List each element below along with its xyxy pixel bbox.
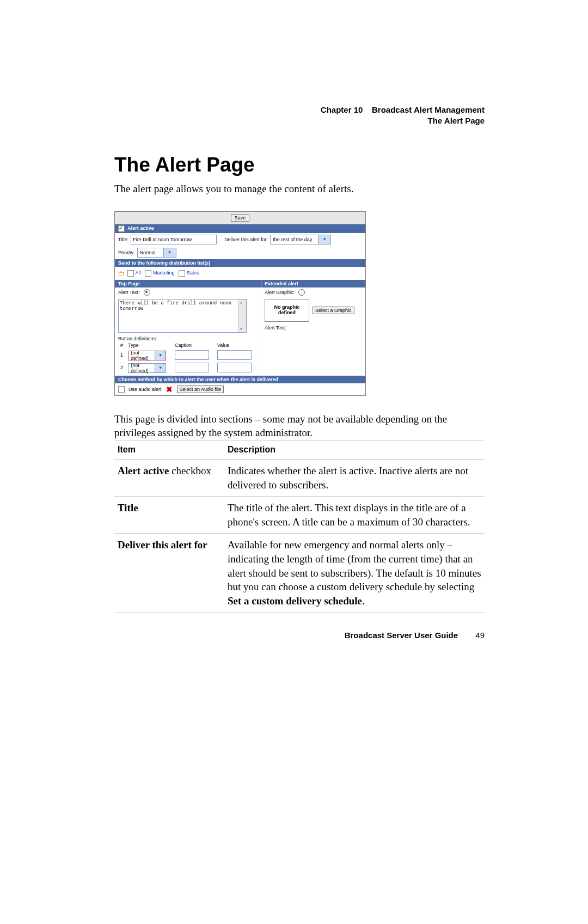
deliver-combo[interactable]: the rest of the day ▼ [270,235,331,244]
alert-graphic-radio[interactable] [298,289,305,296]
red-x-icon: ✖ [166,385,173,394]
title-input[interactable] [131,235,217,244]
use-audio-checkbox[interactable] [118,386,125,393]
section-title: The Alert Page [321,115,485,126]
select-audio-button[interactable]: Select an Audio file [177,385,224,393]
table-row: 1 (not defined)▼ [118,349,258,362]
bd-row2-type[interactable]: (not defined)▼ [128,363,166,373]
select-graphic-button[interactable]: Select a Graphic [313,307,354,314]
footer-page-number: 49 [475,631,485,640]
item-desc: Indicates whether the alert is active. I… [224,459,485,496]
priority-value: Normal [138,250,163,255]
alert-active-label: Alert active [127,225,154,231]
dist-bar: Send to the following distribution list(… [115,259,365,267]
paragraph-2: This page is divided into sections – som… [114,412,485,440]
bd-row1-value[interactable] [217,350,252,360]
item-rest: checkbox [169,465,211,476]
item-bold: Alert active [118,465,169,476]
button-def-table: # Type Caption Value 1 (not defined)▼ [118,341,258,374]
button-definitions-label: Button definitions: [118,336,258,341]
item-desc: Available for new emergency and normal a… [224,534,485,613]
bd-row1-type[interactable]: (not defined)▼ [128,351,166,360]
bd-row1-caption[interactable] [175,350,209,360]
alert-text-label: Alert Text: [118,290,140,295]
distribution-row: 🗀 All Marketing Sales [115,267,365,280]
alert-active-checkbox[interactable] [118,225,125,232]
save-button[interactable]: Save [231,214,250,222]
bd-row2-value[interactable] [217,363,252,372]
chevron-down-icon: ▼ [163,248,176,257]
alert-text-value: There will be a fire drill around noon t… [120,301,231,311]
item-bold: Deliver this alert for [118,539,207,550]
dist-all-checkbox[interactable] [127,270,134,277]
page-footer: Broadcast Server User Guide 49 [114,631,485,640]
use-audio-label: Use audio alert [128,387,162,392]
page-title: The Alert Page [114,154,485,176]
dist-sales[interactable]: Sales [187,270,199,276]
bd-h-caption: Caption [173,341,215,349]
running-header: Chapter 10 Broadcast Alert Management Th… [321,105,485,127]
title-label: Title: [118,237,128,242]
graphic-thumbnail: No graphic defined [265,299,309,322]
bd-h-hash: # [118,341,126,349]
bd-h-value: Value [215,341,258,349]
alert-text2-label: Alert Text: [265,325,286,331]
th-item: Item [114,440,224,459]
dist-sales-checkbox[interactable] [179,270,185,277]
table-row: Alert active checkbox Indicates whether … [114,459,485,496]
scrollbar[interactable] [238,299,246,332]
table-row: Title The title of the alert. This text … [114,497,485,534]
alert-page-screenshot: Save Alert active Title: Deliver this al… [114,211,366,396]
chapter-number: Chapter 10 [321,105,363,114]
description-table: Item Description Alert active checkbox I… [114,440,485,613]
toolbar: Save [115,212,365,224]
table-row: 2 (not defined)▼ [118,362,258,374]
chevron-down-icon: ▼ [155,351,166,360]
deliver-value: the rest of the day [271,237,318,242]
bd-row1-n: 1 [118,349,126,362]
dist-marketing[interactable]: Marketing [153,270,175,276]
deliver-label: Deliver this alert for: [224,237,268,242]
alert-active-bar: Alert active [115,224,365,233]
bd-row2-caption[interactable] [175,363,209,372]
top-page-bar: Top Page [115,280,261,287]
chevron-down-icon: ▼ [318,235,330,244]
alert-graphic-label: Alert Graphic: [265,290,295,295]
dist-marketing-checkbox[interactable] [145,270,151,277]
bd-row2-n: 2 [118,362,126,374]
th-description: Description [224,440,485,459]
alert-text-area[interactable]: There will be a fire drill around noon t… [118,299,247,333]
chevron-down-icon: ▼ [155,364,166,372]
extended-alert-bar: Extended alert [261,280,365,287]
priority-combo[interactable]: Normal ▼ [137,248,176,258]
item-desc: The title of the alert. This text displa… [224,497,485,534]
table-row: Deliver this alert for Available for new… [114,534,485,613]
method-bar: Choose method by which to alert the user… [115,376,365,383]
footer-guide: Broadcast Server User Guide [345,631,458,640]
alert-text-radio[interactable] [144,289,150,296]
folder-icon: 🗀 [118,270,125,277]
dist-all[interactable]: All [136,270,141,276]
chapter-title: Broadcast Alert Management [372,105,485,114]
item-bold: Title [118,502,138,513]
bd-h-type: Type [126,341,173,349]
intro-paragraph: The alert page allows you to manage the … [114,182,485,196]
priority-label: Priority: [118,250,135,255]
